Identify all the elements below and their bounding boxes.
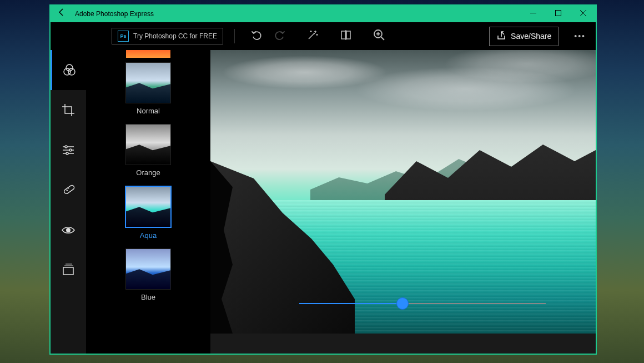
zoom-button[interactable]	[368, 29, 390, 44]
photoshop-badge-icon: Ps	[118, 31, 129, 42]
tool-adjust[interactable]	[51, 130, 86, 170]
more-options-button[interactable]: •••	[570, 32, 590, 41]
auto-enhance-button[interactable]	[301, 29, 324, 44]
filter-label: Aqua	[140, 231, 157, 240]
try-photoshop-button[interactable]: Ps Try Photoshop CC for FREE	[112, 28, 223, 44]
compare-button[interactable]	[335, 29, 357, 44]
intensity-slider[interactable]	[299, 292, 546, 315]
svg-point-8	[69, 149, 72, 151]
filter-item-normal[interactable]: Normal	[125, 62, 171, 115]
svg-point-4	[66, 64, 73, 71]
image-canvas[interactable]	[210, 50, 596, 334]
svg-point-9	[66, 152, 68, 155]
filter-item-blue[interactable]: Blue	[125, 248, 171, 301]
filter-item-orange[interactable]: Orange	[125, 124, 171, 177]
tool-crop[interactable]	[51, 90, 86, 130]
tool-redeye[interactable]	[51, 210, 86, 250]
svg-point-11	[66, 228, 71, 232]
svg-rect-12	[63, 267, 73, 275]
svg-point-6	[68, 68, 75, 75]
share-icon	[496, 31, 506, 42]
svg-rect-10	[63, 185, 75, 195]
filter-thumb[interactable]	[125, 62, 171, 103]
tool-heal[interactable]	[51, 170, 86, 210]
tool-looks[interactable]	[51, 50, 86, 90]
filter-thumb[interactable]	[125, 124, 171, 165]
slider-fill	[299, 303, 402, 304]
filter-thumb[interactable]	[125, 248, 171, 290]
save-share-button[interactable]: Save/Share	[489, 27, 559, 46]
filter-peek-prev[interactable]	[126, 50, 170, 58]
svg-rect-1	[341, 31, 345, 39]
app-title: Adobe Photoshop Express	[73, 10, 154, 18]
filter-thumb[interactable]	[125, 186, 172, 228]
undo-button[interactable]	[246, 29, 268, 44]
try-photoshop-label: Try Photoshop CC for FREE	[133, 32, 217, 40]
top-toolbar: Ps Try Photoshop CC for FREE Save/Share	[51, 22, 596, 50]
filter-label: Orange	[136, 168, 160, 177]
svg-rect-2	[346, 31, 350, 39]
toolbar-separator	[234, 29, 235, 43]
filter-label: Normal	[137, 107, 160, 115]
tool-border[interactable]	[51, 250, 86, 290]
minimize-button[interactable]	[521, 6, 546, 22]
save-share-label: Save/Share	[511, 32, 551, 41]
filter-panel: Normal Orange Aqua	[86, 50, 210, 354]
filter-item-aqua[interactable]: Aqua	[125, 186, 172, 240]
slider-handle[interactable]	[396, 297, 409, 310]
slider-track[interactable]	[299, 303, 546, 304]
app-window: Adobe Photoshop Express Ps Try Photoshop…	[49, 4, 597, 355]
canvas-area	[210, 50, 596, 354]
filter-label: Blue	[141, 293, 155, 301]
maximize-button[interactable]	[546, 6, 571, 22]
close-button[interactable]	[571, 6, 596, 22]
back-button[interactable]	[51, 6, 73, 22]
svg-point-7	[65, 146, 67, 148]
svg-rect-0	[556, 11, 561, 16]
title-bar: Adobe Photoshop Express	[51, 6, 596, 22]
left-tool-rail	[51, 50, 86, 354]
redo-button[interactable]	[268, 29, 290, 44]
main-body: Normal Orange Aqua	[51, 50, 596, 354]
